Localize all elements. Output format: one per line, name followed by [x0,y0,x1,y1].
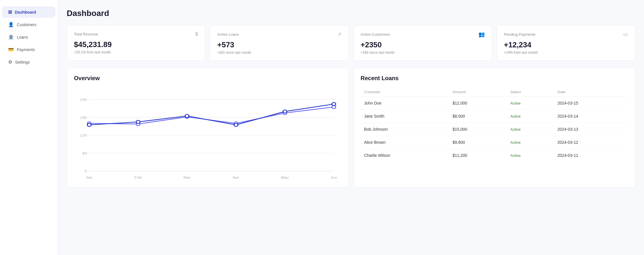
sidebar-label: Payments [17,47,35,52]
cell-customer-1: Jane Smith [361,110,449,123]
stat-card-header-3: Pending Payments ▭ [504,31,628,37]
stat-card-2: Active Customers 👥 +2350 +180 since last… [353,25,492,61]
cell-status-1: Active [507,110,554,123]
dashboard-icon: ⊞ [8,9,12,15]
sidebar-item-settings[interactable]: ⚙Settings [2,56,55,68]
stat-card-sub-2: +180 since last month [361,51,485,55]
status-badge-0: Active [510,101,520,105]
svg-text:60: 60 [82,151,87,155]
status-badge-3: Active [510,140,520,145]
cell-amount-2: $15,000 [449,123,507,136]
cell-amount-0: $12,000 [449,97,507,110]
cell-status-3: Active [507,136,554,149]
sidebar-item-payments[interactable]: 💳Payments [2,44,55,55]
svg-point-28 [332,103,336,106]
sidebar-item-loans[interactable]: 🏦Loans [2,31,55,43]
table-row: Charlie Wilson $11,200 Active 2024-03-11 [361,149,628,162]
cell-customer-0: John Doe [361,97,449,110]
svg-text:Apr: Apr [233,175,240,179]
overview-panel: Overview 060120180240JanFebMarAprMayJun [67,68,349,188]
svg-point-27 [283,110,287,113]
stat-card-sub-0: +20.1% from last month [74,50,198,54]
status-badge-2: Active [510,127,520,132]
main-content: Dashboard Total Revenue $ $45,231.89 +20… [58,0,644,255]
recent-loans-panel: Recent Loans CustomerAmountStatusDate Jo… [353,68,636,188]
cell-customer-3: Alice Brown [361,136,449,149]
stat-card-label-3: Pending Payments [504,32,536,37]
cell-date-3: 2024-03-12 [554,136,628,149]
stat-card-value-3: +12,234 [504,40,628,49]
chart-area: 060120180240JanFebMarAprMayJun [74,87,342,180]
page-title: Dashboard [67,9,635,18]
stat-card-1: Active Loans ↗ +573 +201 since last mont… [210,25,349,61]
bottom-panels: Overview 060120180240JanFebMarAprMayJun … [67,68,635,188]
svg-text:May: May [281,175,289,179]
svg-text:Jun: Jun [330,175,337,179]
cell-customer-4: Charlie Wilson [361,149,449,162]
customers-icon: 👤 [8,22,14,27]
table-row: John Doe $12,000 Active 2024-03-15 [361,97,628,110]
col-amount: Amount [449,87,507,97]
status-badge-1: Active [510,114,520,118]
stat-card-3: Pending Payments ▭ +12,234 +19% from las… [497,25,635,61]
svg-text:180: 180 [80,116,87,119]
svg-point-25 [185,114,189,118]
sidebar-label: Loans [17,35,28,39]
svg-point-26 [234,123,238,127]
sidebar: ⊞Dashboard👤Customers🏦Loans💳Payments⚙Sett… [0,0,58,255]
table-body: John Doe $12,000 Active 2024-03-15 Jane … [361,97,628,162]
overview-title: Overview [74,75,342,82]
cell-date-2: 2024-03-13 [554,123,628,136]
stat-card-label-2: Active Customers [361,32,390,37]
cell-date-0: 2024-03-15 [554,97,628,110]
status-badge-4: Active [510,153,520,158]
stat-card-icon-2: 👥 [478,31,485,37]
cell-date-1: 2024-03-14 [554,110,628,123]
svg-text:Jan: Jan [86,175,92,179]
stat-cards: Total Revenue $ $45,231.89 +20.1% from l… [67,25,635,61]
svg-text:0: 0 [85,169,87,173]
table-row: Jane Smith $8,500 Active 2024-03-14 [361,110,628,123]
stat-card-header-2: Active Customers 👥 [361,31,485,37]
stat-card-icon-1: ↗ [337,31,342,37]
sidebar-label: Settings [15,60,30,64]
sidebar-label: Customers [17,22,37,27]
col-customer: Customer [361,87,449,97]
stat-card-header-0: Total Revenue $ [74,31,198,37]
col-status: Status [507,87,554,97]
sidebar-item-dashboard[interactable]: ⊞Dashboard [2,6,55,18]
svg-text:Mar: Mar [184,175,191,179]
recent-loans-title: Recent Loans [361,75,628,82]
payments-icon: 💳 [8,47,14,52]
recent-loans-table: CustomerAmountStatusDate John Doe $12,00… [361,87,628,162]
svg-text:Feb: Feb [135,175,142,179]
table-row: Alice Brown $9,800 Active 2024-03-12 [361,136,628,149]
stat-card-value-0: $45,231.89 [74,40,198,49]
cell-status-4: Active [507,149,554,162]
table-row: Bob Johnson $15,000 Active 2024-03-13 [361,123,628,136]
svg-point-24 [136,120,140,123]
chart-svg: 060120180240JanFebMarAprMayJun [74,87,342,180]
sidebar-label: Dashboard [15,10,36,15]
svg-text:240: 240 [80,98,87,101]
stat-card-0: Total Revenue $ $45,231.89 +20.1% from l… [67,25,205,61]
cell-date-4: 2024-03-11 [554,149,628,162]
stat-card-label-1: Active Loans [217,32,239,37]
stat-card-label-0: Total Revenue [74,32,98,36]
stat-card-icon-0: $ [195,31,198,37]
cell-status-2: Active [507,123,554,136]
cell-customer-2: Bob Johnson [361,123,449,136]
cell-amount-1: $8,500 [449,110,507,123]
sidebar-item-customers[interactable]: 👤Customers [2,19,55,30]
stat-card-icon-3: ▭ [623,31,628,37]
svg-text:120: 120 [80,134,87,137]
svg-point-23 [87,123,91,127]
loans-icon: 🏦 [8,34,14,40]
table-header-row: CustomerAmountStatusDate [361,87,628,97]
stat-card-value-1: +573 [217,40,341,49]
stat-card-sub-3: +19% from last month [504,51,628,55]
settings-icon: ⚙ [8,59,12,65]
cell-amount-4: $11,200 [449,149,507,162]
cell-status-0: Active [507,97,554,110]
stat-card-value-2: +2350 [361,40,485,49]
